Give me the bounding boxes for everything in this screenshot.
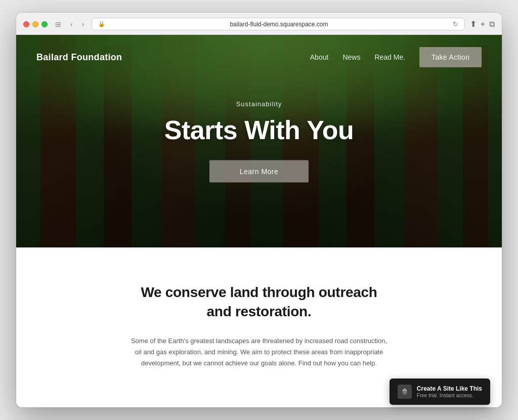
content-body: Some of the Earth's greatest landscapes … [127,335,391,369]
address-bar[interactable]: 🔒 bailard-fluid-demo.squarespace.com ↻ [92,18,464,30]
squarespace-icon [398,385,412,399]
hero-section: Bailard Foundation About News Read Me. T… [16,35,502,247]
squarespace-badge[interactable]: Create A Site Like This Free trial. Inst… [390,379,490,405]
site-nav: Bailard Foundation About News Read Me. T… [16,35,502,79]
hero-subtitle: Sustainability [16,100,502,108]
nav-links: About News Read Me. Take Action [310,47,482,67]
browser-window: ⊞ ‹ › 🔒 bailard-fluid-demo.squarespace.c… [16,13,502,407]
nav-about[interactable]: About [310,53,329,61]
learn-more-button[interactable]: Learn More [209,160,309,183]
badge-text: Create A Site Like This Free trial. Inst… [417,385,482,398]
share-icon[interactable]: ⬆ [470,19,477,29]
nav-readme[interactable]: Read Me. [374,53,405,61]
hero-title: Starts With You [16,115,502,145]
grid-view-icon[interactable]: ⊞ [53,19,64,29]
browser-controls: ⊞ ‹ › [53,19,87,29]
badge-sub: Free trial. Instant access. [417,393,482,398]
close-button[interactable] [23,21,29,27]
badge-main: Create A Site Like This [417,385,482,392]
maximize-button[interactable] [41,21,48,27]
website-content: Bailard Foundation About News Read Me. T… [16,35,502,407]
back-button[interactable]: ‹ [68,19,75,29]
nav-news[interactable]: News [342,53,360,61]
take-action-button[interactable]: Take Action [419,47,482,67]
url-text: bailard-fluid-demo.squarespace.com [108,21,449,28]
content-headline: We conserve land through outreach and re… [138,283,380,321]
hero-text: Sustainability Starts With You Learn Mor… [16,100,502,183]
lock-icon: 🔒 [98,21,105,27]
forward-button[interactable]: › [79,19,87,29]
new-tab-icon[interactable]: + [481,20,485,29]
browser-actions: ⬆ + ⧉ [470,19,495,29]
tabs-icon[interactable]: ⧉ [489,20,495,29]
traffic-lights [23,21,48,27]
minimize-button[interactable] [32,21,38,27]
browser-chrome: ⊞ ‹ › 🔒 bailard-fluid-demo.squarespace.c… [16,13,502,35]
site-logo: Bailard Foundation [36,52,122,63]
reload-icon[interactable]: ↻ [453,20,458,28]
